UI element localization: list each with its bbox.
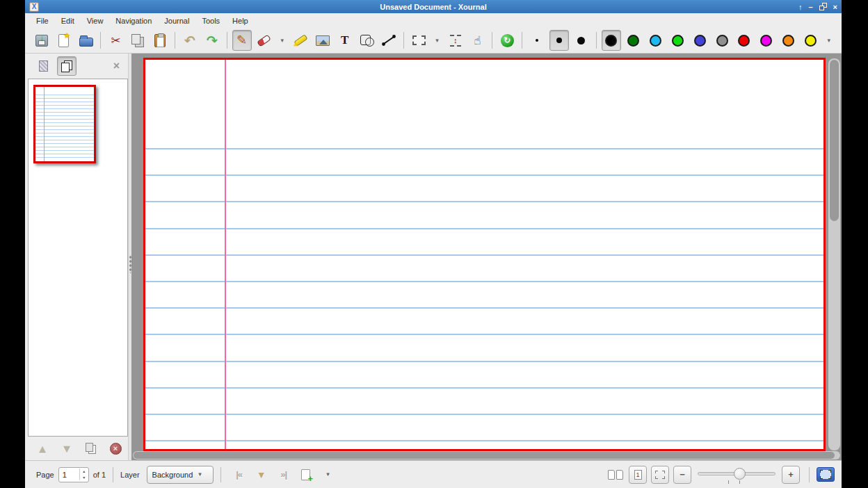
menu-navigation[interactable]: Navigation	[110, 15, 157, 26]
pen-size-fine-button[interactable]	[527, 30, 547, 51]
layer-combobox[interactable]: Background ▾	[147, 466, 214, 484]
copy-button[interactable]	[128, 30, 147, 51]
color-green-button[interactable]	[668, 30, 688, 51]
spinner-up-button[interactable]: ▴	[83, 469, 85, 474]
green-swatch-icon	[672, 35, 684, 47]
cut-button[interactable]: ✂	[106, 30, 125, 51]
move-page-down-button[interactable]: ▼	[59, 441, 74, 456]
page-thumbnail[interactable]	[33, 85, 96, 163]
color-gray-button[interactable]	[712, 30, 732, 51]
highlighter-tool-button[interactable]	[291, 30, 310, 51]
color-yellow-button[interactable]	[801, 30, 821, 51]
menu-file[interactable]: File	[31, 15, 54, 26]
new-page-button[interactable]	[297, 466, 315, 484]
color-magenta-button[interactable]	[757, 30, 776, 51]
menu-help[interactable]: Help	[227, 15, 254, 26]
color-blue-button[interactable]	[690, 30, 709, 51]
save-button[interactable]	[32, 30, 51, 51]
menu-tools[interactable]: Tools	[196, 15, 225, 26]
document-page[interactable]	[143, 58, 826, 451]
chevron-down-icon: ▾	[198, 471, 202, 478]
page-options-dropdown[interactable]: ▾	[319, 466, 337, 484]
fullscreen-button[interactable]	[817, 467, 835, 482]
zoom-slider-handle[interactable]	[734, 468, 746, 480]
text-tool-button[interactable]: T	[335, 30, 355, 51]
maximize-button[interactable]	[819, 3, 827, 10]
pen-size-medium-button[interactable]	[549, 30, 569, 51]
duplicate-page-button[interactable]	[83, 441, 99, 456]
zoom-out-button[interactable]: −	[673, 466, 691, 484]
close-button[interactable]: ×	[833, 2, 837, 12]
color-red-button[interactable]	[734, 30, 754, 51]
menu-journal[interactable]: Journal	[159, 15, 195, 26]
page-number-value[interactable]: 1	[59, 471, 79, 479]
ruler-button[interactable]	[379, 30, 399, 51]
color-black-button[interactable]	[602, 30, 621, 51]
eraser-options-dropdown[interactable]: ▾	[276, 30, 288, 51]
new-document-button[interactable]	[54, 30, 74, 51]
gray-swatch-icon	[716, 35, 728, 47]
selection-rectangle-icon	[412, 35, 426, 45]
pages-tab[interactable]	[57, 56, 77, 76]
first-page-button[interactable]: |«	[230, 466, 248, 484]
move-page-up-button[interactable]: ▲	[35, 441, 50, 456]
undo-icon: ↶	[184, 34, 195, 47]
shapes-icon	[360, 35, 374, 47]
eraser-icon	[257, 34, 271, 47]
sidebar-close-button[interactable]: ×	[113, 60, 120, 72]
xournal-window: X Unsaved Document - Xournal ↑ – × File …	[25, 0, 842, 488]
spinner-down-button[interactable]: ▾	[83, 475, 85, 480]
menu-view[interactable]: View	[81, 15, 109, 26]
chevron-down-icon: ▾	[326, 471, 330, 478]
eraser-tool-button[interactable]	[255, 30, 274, 51]
image-tool-button[interactable]	[313, 30, 332, 51]
last-page-icon: »|	[280, 469, 287, 480]
zoom-slider[interactable]	[698, 466, 775, 484]
menu-edit[interactable]: Edit	[56, 15, 80, 26]
slider-tick	[728, 480, 729, 484]
last-page-button[interactable]: »|	[275, 466, 293, 484]
next-page-button[interactable]: ▼	[252, 466, 271, 484]
one-page-view-button[interactable]: 1	[629, 466, 647, 484]
layer-value: Background	[152, 471, 193, 479]
horizontal-scrollbar[interactable]	[133, 451, 840, 459]
page-label: Page	[36, 471, 54, 479]
shade-button[interactable]: ↑	[798, 2, 803, 12]
highlighter-icon	[294, 34, 307, 46]
color-options-dropdown[interactable]: ▾	[823, 30, 835, 51]
undo-button[interactable]: ↶	[180, 30, 200, 51]
minimize-button[interactable]: –	[808, 2, 812, 12]
hand-icon: ☝	[474, 35, 481, 47]
zoom-fit-button[interactable]	[651, 466, 669, 484]
page-spinner[interactable]: 1 ▴ ▾	[58, 467, 89, 482]
zoom-in-button[interactable]: +	[782, 466, 800, 484]
paste-button[interactable]	[150, 30, 170, 51]
delete-page-button[interactable]: ×	[108, 441, 123, 456]
redo-button[interactable]: ↷	[202, 30, 222, 51]
horizontal-scrollbar-thumb[interactable]	[134, 452, 835, 459]
minus-icon: −	[680, 469, 685, 480]
color-orange-button[interactable]	[779, 30, 798, 51]
pen-size-thick-button[interactable]	[572, 30, 591, 51]
selection-options-dropdown[interactable]: ▾	[431, 30, 443, 51]
shape-recognizer-button[interactable]	[357, 30, 377, 51]
toolbar-separator	[227, 32, 227, 49]
layers-tab[interactable]	[33, 56, 53, 76]
color-dark-green-button[interactable]	[624, 30, 643, 51]
vertical-scrollbar[interactable]	[828, 58, 840, 450]
toolbar-separator	[596, 32, 597, 49]
delete-icon: ×	[110, 443, 122, 455]
pen-tool-button[interactable]: ✎	[232, 30, 252, 51]
default-tool-button[interactable]: ↻	[497, 30, 517, 51]
vertical-space-button[interactable]: ↕	[446, 30, 465, 51]
fit-page-icon	[655, 471, 665, 479]
vertical-scrollbar-thumb[interactable]	[830, 60, 839, 221]
open-button[interactable]	[77, 30, 96, 51]
hand-tool-button[interactable]: ☝	[468, 30, 488, 51]
select-rectangle-button[interactable]	[409, 30, 428, 51]
continuous-view-button[interactable]	[606, 466, 625, 484]
color-light-blue-button[interactable]	[646, 30, 666, 51]
statusbar-separator	[220, 467, 221, 482]
sidebar-tabs: ×	[25, 54, 128, 79]
first-page-icon: |«	[236, 469, 242, 480]
